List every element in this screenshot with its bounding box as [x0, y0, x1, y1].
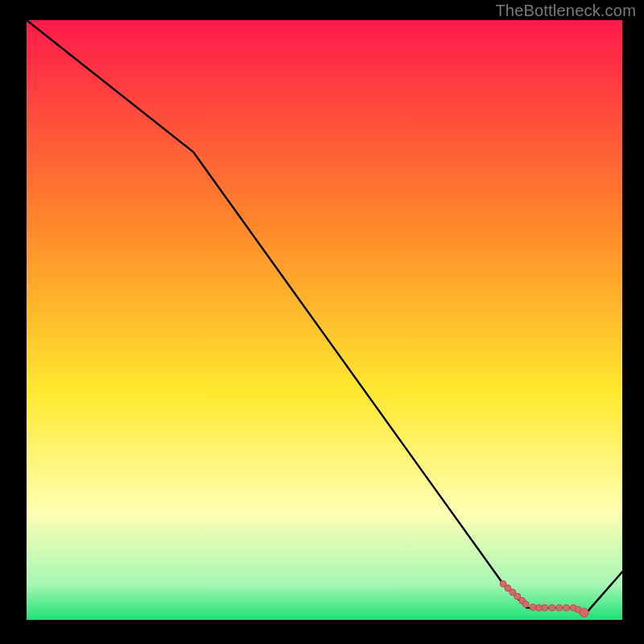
bottleneck-chart — [0, 0, 644, 644]
highlight-marker — [522, 601, 529, 608]
highlight-marker — [563, 605, 569, 611]
highlight-marker — [535, 605, 542, 611]
highlight-marker — [580, 609, 588, 617]
frame-left — [0, 0, 27, 644]
frame-bottom — [0, 620, 644, 644]
frame-right — [622, 0, 644, 644]
highlight-marker — [530, 604, 536, 610]
highlight-marker — [549, 605, 555, 611]
watermark-text: TheBottleneck.com — [495, 2, 636, 20]
chart-stage: TheBottleneck.com — [0, 0, 644, 644]
highlight-marker — [556, 605, 563, 611]
plot-background — [27, 20, 622, 620]
highlight-marker — [542, 605, 548, 611]
